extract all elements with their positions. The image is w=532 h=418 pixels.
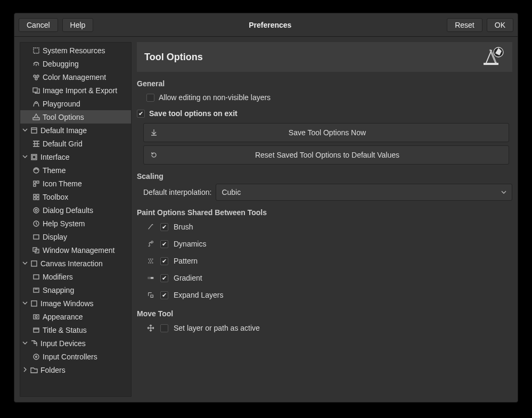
preferences-dialog: Cancel Help Preferences Reset OK System … bbox=[14, 13, 518, 403]
help-button[interactable]: Help bbox=[62, 18, 94, 32]
tree-item[interactable]: Icon Theme bbox=[20, 177, 131, 190]
tree-row-icon bbox=[32, 100, 40, 108]
tree-row-icon bbox=[32, 233, 40, 241]
tree-row-label: Window Management bbox=[42, 246, 114, 255]
tree-item[interactable]: Window Management bbox=[20, 243, 131, 257]
tree-row-label: Appearance bbox=[42, 313, 83, 321]
svg-point-28 bbox=[35, 316, 37, 318]
tree-item[interactable]: Playground bbox=[20, 97, 131, 110]
tree-row-label: Dialog Defaults bbox=[42, 206, 93, 215]
tree-row-icon bbox=[30, 259, 38, 268]
paint-option-checkbox[interactable] bbox=[160, 223, 168, 231]
tree-row-icon bbox=[32, 193, 40, 201]
allow-editing-checkbox[interactable] bbox=[146, 94, 154, 102]
tree-row-icon bbox=[30, 366, 38, 374]
paint-option-row[interactable]: Brush bbox=[146, 220, 512, 234]
tree-row-label: Tool Options bbox=[42, 113, 84, 121]
tree-item[interactable]: Image Windows bbox=[20, 297, 131, 310]
svg-rect-23 bbox=[31, 261, 37, 266]
tree-item[interactable]: Appearance bbox=[20, 310, 131, 323]
paint-option-row[interactable]: Pattern bbox=[146, 254, 512, 268]
paint-option-row[interactable]: Expand Layers bbox=[146, 288, 512, 302]
save-on-exit-row[interactable]: Save tool options on exit bbox=[137, 107, 512, 120]
reset-tool-options-button[interactable]: Reset Saved Tool Options to Default Valu… bbox=[143, 145, 509, 165]
paint-option-row[interactable]: Dynamics bbox=[146, 237, 512, 251]
save-tool-options-now-button[interactable]: Save Tool Options Now bbox=[143, 123, 509, 142]
tree-item[interactable]: Title & Status bbox=[20, 323, 131, 337]
save-on-exit-checkbox[interactable] bbox=[137, 110, 145, 118]
svg-rect-0 bbox=[34, 48, 39, 53]
tree-row-icon bbox=[30, 153, 38, 161]
svg-rect-15 bbox=[34, 198, 36, 200]
allow-editing-row[interactable]: Allow editing on non-visible layers bbox=[146, 91, 512, 104]
tree-item[interactable]: Display bbox=[20, 230, 131, 243]
tree-row-icon bbox=[32, 273, 40, 281]
tree-expander-icon[interactable] bbox=[22, 367, 29, 373]
paint-option-label: Pattern bbox=[174, 257, 198, 265]
section-heading-paint: Paint Options Shared Between Tools bbox=[137, 208, 512, 217]
dialog-title: Preferences bbox=[97, 21, 443, 29]
tree-item[interactable]: Interface bbox=[20, 150, 131, 163]
tree-item[interactable]: Toolbox bbox=[20, 190, 131, 203]
tree-row-label: Toolbox bbox=[42, 193, 68, 201]
tree-item[interactable]: Default Grid bbox=[20, 137, 131, 150]
tree-item[interactable]: Canvas Interaction bbox=[20, 257, 131, 270]
reset-button[interactable]: Reset bbox=[447, 18, 482, 32]
ok-button[interactable]: OK bbox=[487, 18, 513, 32]
tree-row-label: Interface bbox=[39, 153, 69, 161]
paint-option-icon bbox=[146, 257, 155, 265]
move-set-active-row[interactable]: Set layer or path as active bbox=[146, 321, 512, 335]
tree-row-label: Image Windows bbox=[39, 299, 94, 308]
svg-rect-24 bbox=[34, 275, 39, 279]
tree-row-label: Input Controllers bbox=[42, 353, 97, 361]
paint-option-checkbox[interactable] bbox=[160, 274, 168, 282]
tree-row-icon bbox=[30, 339, 38, 348]
tree-row-icon bbox=[32, 140, 40, 148]
move-set-active-checkbox[interactable] bbox=[160, 324, 168, 332]
tree-item[interactable]: Help System bbox=[20, 217, 131, 230]
tree-expander-icon[interactable] bbox=[22, 127, 29, 134]
cancel-button[interactable]: Cancel bbox=[19, 18, 58, 32]
svg-point-34 bbox=[151, 241, 153, 243]
tree-expander-icon[interactable] bbox=[22, 340, 29, 347]
svg-rect-27 bbox=[34, 315, 39, 319]
tree-item[interactable]: Input Controllers bbox=[20, 350, 131, 363]
tree-item[interactable]: Dialog Defaults bbox=[20, 203, 131, 217]
paint-option-checkbox[interactable] bbox=[160, 257, 168, 265]
svg-rect-14 bbox=[37, 194, 39, 196]
tree-item[interactable]: Modifiers bbox=[20, 270, 131, 283]
paint-option-checkbox[interactable] bbox=[160, 240, 168, 248]
paint-option-checkbox[interactable] bbox=[160, 291, 168, 299]
tree-item[interactable]: Debugging bbox=[20, 57, 131, 70]
tree-item[interactable]: System Resources bbox=[20, 44, 131, 57]
tree-row-label: Modifiers bbox=[42, 273, 73, 281]
tree-item[interactable]: Theme bbox=[20, 163, 131, 177]
paint-option-icon bbox=[146, 240, 155, 248]
tree-row-label: Title & Status bbox=[42, 326, 87, 334]
tree-row-icon bbox=[32, 219, 40, 228]
svg-rect-29 bbox=[34, 328, 39, 332]
tree-item[interactable]: Folders bbox=[20, 363, 131, 376]
svg-rect-36 bbox=[148, 277, 151, 279]
tree-expander-icon[interactable] bbox=[22, 300, 29, 307]
tree-row-icon bbox=[32, 113, 40, 121]
titlebar: Cancel Help Preferences Reset OK bbox=[14, 13, 518, 37]
tree-item[interactable]: Tool Options bbox=[20, 110, 131, 124]
section-heading-general: General bbox=[137, 79, 512, 88]
tree-item[interactable]: Snapping bbox=[20, 283, 131, 297]
paint-option-row[interactable]: Gradient bbox=[146, 271, 512, 285]
chevron-down-icon bbox=[501, 188, 506, 196]
interpolation-select[interactable]: Cubic bbox=[216, 184, 512, 201]
tree-expander-icon[interactable] bbox=[22, 260, 29, 267]
reset-tool-options-label: Reset Saved Tool Options to Default Valu… bbox=[166, 151, 503, 159]
tree-item[interactable]: Default Image bbox=[20, 124, 131, 137]
tree-row-label: Image Import & Export bbox=[42, 86, 117, 95]
settings-panel: Tool Options General bbox=[137, 42, 512, 397]
tree-expander-icon[interactable] bbox=[22, 154, 29, 160]
tree-item[interactable]: Image Import & Export bbox=[20, 84, 131, 97]
dialog-body: System ResourcesDebuggingColor Managemen… bbox=[14, 37, 518, 402]
tree-item[interactable]: Input Devices bbox=[20, 337, 131, 350]
interpolation-label: Default interpolation: bbox=[143, 188, 211, 196]
category-tree[interactable]: System ResourcesDebuggingColor Managemen… bbox=[20, 42, 132, 397]
tree-item[interactable]: Color Management bbox=[20, 70, 131, 84]
